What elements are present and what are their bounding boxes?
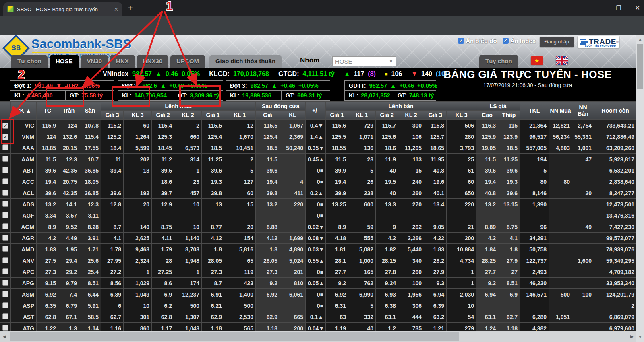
board-title: BẢNG GIÁ TRỰC TUYẾN - HOSE 17/07/2019 21… bbox=[435, 68, 620, 88]
window-close-button[interactable]: ✕ bbox=[635, 4, 640, 12]
login-button[interactable]: Đăng nhập bbox=[540, 37, 574, 47]
ticker-cell[interactable]: VIC bbox=[11, 120, 37, 131]
cell-mua-kl1: 423 bbox=[224, 278, 256, 289]
ticker-cell[interactable]: ABT bbox=[11, 165, 37, 176]
new-tab-button[interactable]: + bbox=[128, 3, 133, 13]
group-label: Nhóm bbox=[300, 56, 319, 64]
horizontal-scroll-thumb[interactable] bbox=[10, 332, 459, 341]
row-checkbox[interactable] bbox=[0, 266, 11, 278]
cell-ban-kl2: 340 bbox=[398, 255, 424, 266]
row-checkbox[interactable] bbox=[0, 289, 11, 300]
cell-change: 0.02▼ bbox=[306, 221, 326, 233]
cell-cao: 1.84 bbox=[476, 244, 498, 255]
ticker-cell[interactable]: ASP bbox=[11, 300, 37, 311]
cell-ban-gia2: 9.24 bbox=[376, 278, 398, 289]
ticker-cell[interactable]: AMD bbox=[11, 244, 37, 255]
ticker-cell[interactable]: ACL bbox=[11, 187, 37, 199]
scroll-left-icon[interactable]: ◀ bbox=[0, 331, 9, 342]
header-ck: CK ▲ bbox=[11, 102, 37, 120]
vertical-scrollbar[interactable]: ▲ ▼ bbox=[636, 35, 644, 342]
tab-giao-dịch-thỏa-thuận[interactable]: Giao dịch thỏa thuận bbox=[209, 55, 282, 68]
row-checkbox[interactable] bbox=[0, 311, 11, 323]
cell-change: 0.2▲ bbox=[306, 187, 326, 199]
cell-sdc-kl: 220 bbox=[280, 199, 306, 210]
window-minimize-button[interactable]: – bbox=[599, 5, 602, 12]
cell-ban-kl1: 5 bbox=[348, 165, 376, 176]
cell-ban-kl3: 650 bbox=[447, 187, 476, 199]
cell-tkl: 34,291 bbox=[520, 233, 549, 244]
row-checkbox[interactable] bbox=[0, 165, 11, 176]
row-checkbox[interactable] bbox=[0, 233, 11, 244]
cell-nn-mua bbox=[549, 244, 572, 255]
ticker-cell[interactable]: APG bbox=[11, 278, 37, 289]
cell-ban-kl2: 106 bbox=[398, 131, 424, 142]
tab-options[interactable]: Tùy chọn bbox=[479, 55, 518, 68]
cell-tc: 6.35 bbox=[37, 300, 58, 311]
hide-chart-toggle[interactable]: ✓Ẩn biểu đồ bbox=[458, 37, 497, 44]
tab-hnx30[interactable]: HNX30 bbox=[137, 55, 168, 68]
row-checkbox[interactable] bbox=[0, 176, 11, 187]
tab-hnx[interactable]: HNX bbox=[110, 55, 135, 68]
cell-mua-kl1: 2,530 bbox=[224, 311, 256, 323]
cell-mua-gia1: 28.05 bbox=[202, 255, 224, 266]
ticker-cell[interactable]: AAM bbox=[11, 154, 37, 165]
ticker-cell[interactable]: APC bbox=[11, 266, 37, 278]
unchanged-icon: ■ bbox=[385, 72, 388, 76]
ticker-cell[interactable]: AST bbox=[11, 311, 37, 323]
tab-upcom[interactable]: UPCOM bbox=[170, 55, 205, 68]
vertical-scroll-thumb[interactable] bbox=[637, 44, 643, 89]
row-checkbox[interactable] bbox=[0, 300, 11, 311]
cell-ban-gia1: 27.7 bbox=[326, 266, 348, 278]
cell-mua-kl1: 500 bbox=[224, 300, 256, 311]
tab-vn30[interactable]: VN30 bbox=[81, 55, 108, 68]
ticker-cell[interactable]: ASM bbox=[11, 289, 37, 300]
ticker-cell[interactable]: AGF bbox=[11, 210, 37, 221]
ticker-cell[interactable]: ACC bbox=[11, 176, 37, 187]
window-restore-button[interactable]: ❐ bbox=[616, 4, 621, 12]
ticker-cell[interactable]: ADS bbox=[11, 199, 37, 210]
row-checkbox[interactable] bbox=[0, 221, 11, 233]
cell-tkl: 5 bbox=[520, 165, 549, 176]
cell-ban-gia3: 1.83 bbox=[424, 244, 447, 255]
uk-flag-icon[interactable] bbox=[556, 56, 568, 65]
row-checkbox[interactable] bbox=[0, 199, 11, 210]
tab-tự-chọn[interactable]: Tự chọn bbox=[11, 55, 48, 68]
subheader: Giá 2 bbox=[376, 111, 398, 120]
scroll-up-icon[interactable]: ▲ bbox=[636, 35, 644, 43]
cell-sdc-gia bbox=[256, 210, 280, 221]
subheader: Giá 1 bbox=[326, 111, 348, 120]
row-checkbox[interactable] bbox=[0, 187, 11, 199]
cell-nn-ban bbox=[572, 199, 594, 210]
tab-close-icon[interactable]: ✕ bbox=[114, 6, 118, 12]
tab-hose[interactable]: HOSE bbox=[50, 55, 79, 68]
cell-change: 1.4▲ bbox=[306, 131, 326, 142]
ticker-cell[interactable]: AAA bbox=[11, 142, 37, 154]
table-row: AGR4.24.493.914.12,6254.111,1404.121544.… bbox=[0, 233, 637, 244]
cell-tran: 29.4 bbox=[58, 255, 79, 266]
group-select[interactable]: HOSE ▼ bbox=[332, 56, 396, 66]
browser-tab[interactable]: SBSC - HOSE Bảng giá trực tuyến ✕ bbox=[3, 2, 122, 16]
hide-index-toggle[interactable]: ✓Ẩn Index bbox=[503, 37, 536, 44]
row-checkbox[interactable] bbox=[0, 210, 11, 221]
trade-logo[interactable]: TRADE ® LUÔN TIÊN PHONG ▶▶▶ bbox=[578, 36, 619, 48]
row-checkbox[interactable] bbox=[0, 255, 11, 266]
cell-mua-gia2: 1.79 bbox=[152, 244, 174, 255]
scroll-right-icon[interactable]: ▶ bbox=[627, 331, 636, 342]
ticker-cell[interactable]: AGR bbox=[11, 233, 37, 244]
cell-ban-kl1: 28 bbox=[348, 154, 376, 165]
ticker-cell[interactable]: ANV bbox=[11, 255, 37, 266]
table-row: ✓VIC115.9124107.8115.260115.42115.512115… bbox=[0, 120, 637, 131]
scroll-down-icon[interactable]: ▼ bbox=[636, 333, 644, 341]
cell-change: 0■ bbox=[306, 165, 326, 176]
cell-ban-gia1: 8.9 bbox=[326, 221, 348, 233]
ticker-cell[interactable]: VNM bbox=[11, 131, 37, 142]
cell-mua-kl2: 314 bbox=[174, 154, 202, 165]
ticker-cell[interactable]: AGM bbox=[11, 221, 37, 233]
row-checkbox[interactable] bbox=[0, 244, 11, 255]
row-checkbox[interactable] bbox=[0, 154, 11, 165]
cell-san: 18.05 bbox=[79, 176, 101, 187]
horizontal-scrollbar[interactable]: ◀ ▶ bbox=[0, 331, 636, 342]
cell-thap: 18.5 bbox=[498, 142, 520, 154]
row-checkbox[interactable] bbox=[0, 278, 11, 289]
vietnam-flag-icon[interactable]: ★ bbox=[531, 56, 543, 65]
